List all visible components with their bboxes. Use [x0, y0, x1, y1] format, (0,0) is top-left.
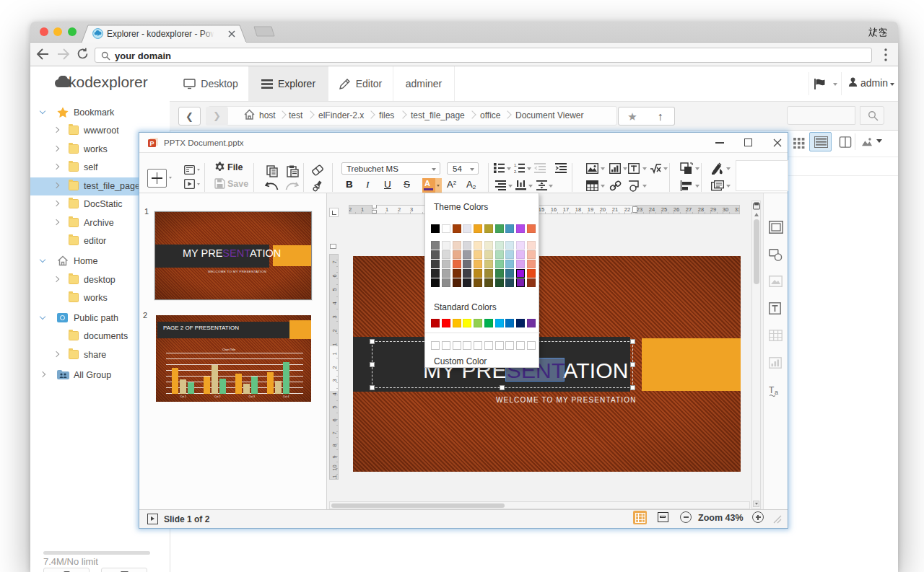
svg-text:a: a	[775, 389, 778, 396]
svg-text:2.: 2.	[514, 170, 518, 173]
svg-text:T: T	[769, 385, 775, 395]
svg-text:P: P	[149, 140, 154, 147]
svg-text:1.: 1.	[514, 163, 518, 167]
